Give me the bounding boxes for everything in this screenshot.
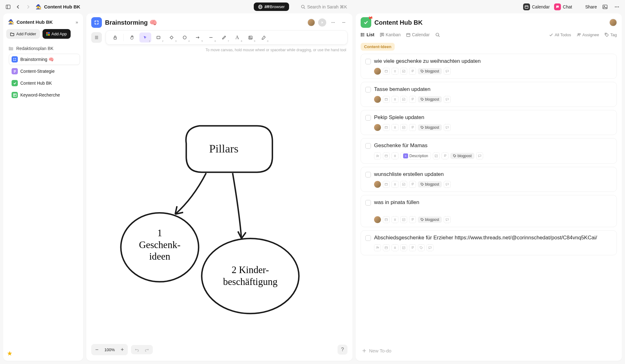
eraser-tool[interactable]: 0 (258, 32, 269, 42)
description-badge[interactable]: ≡Description (400, 152, 431, 160)
user-avatar-icon[interactable] (609, 19, 617, 26)
ellipse-tool[interactable]: 4 (179, 32, 191, 42)
sidebar-item[interactable]: Content-Strategie (9, 66, 80, 77)
date-icon[interactable] (383, 152, 390, 159)
checklist-icon[interactable] (400, 244, 407, 251)
image-tool[interactable]: 9 (244, 32, 256, 42)
assignee-avatar-icon[interactable] (374, 96, 381, 103)
comment-icon[interactable] (427, 244, 433, 251)
lift-browser-button[interactable]: liftBrowser (254, 2, 289, 11)
more-icon[interactable] (613, 3, 621, 11)
rectangle-tool[interactable]: 2 (152, 32, 164, 42)
todo-checkbox[interactable] (365, 87, 371, 92)
date-icon[interactable] (383, 244, 390, 251)
sidebar-item[interactable]: Keyword-Recherche (9, 89, 80, 101)
panel-more-icon[interactable] (329, 19, 337, 26)
date-icon[interactable] (383, 216, 390, 223)
checklist-icon[interactable] (400, 181, 407, 188)
nav-back-icon[interactable] (14, 3, 22, 11)
list-icon[interactable] (392, 124, 398, 131)
text-tool[interactable]: A8 (231, 32, 243, 42)
nav-forward-icon[interactable] (24, 3, 32, 11)
checklist-icon[interactable] (400, 124, 407, 131)
todo-checkbox[interactable] (365, 200, 371, 206)
todo-card[interactable]: Geschenke für Mamas≡Descriptionblogpost (361, 138, 617, 164)
line-tool[interactable]: 6 (205, 32, 217, 42)
hand-tool[interactable] (126, 32, 138, 42)
todo-tag[interactable]: blogpost (418, 124, 442, 131)
view-kanban[interactable]: Kanban (380, 32, 401, 37)
todo-card[interactable]: Abschiedsgeschenke für Erzieher https://… (361, 230, 617, 255)
assignee-avatar-icon[interactable] (374, 181, 381, 188)
todo-tag[interactable]: blogpost (418, 68, 442, 74)
assignee-add-icon[interactable] (374, 244, 381, 251)
comment-icon[interactable] (444, 96, 451, 103)
attachment-icon[interactable] (409, 181, 416, 188)
canvas-menu-button[interactable] (91, 32, 102, 43)
add-folder-button[interactable]: Add Folder (6, 29, 40, 39)
view-list[interactable]: List (361, 32, 374, 37)
user-avatar-icon[interactable] (308, 19, 315, 26)
assignee-avatar-icon[interactable] (374, 124, 381, 131)
search-input[interactable]: Search in Sarah ⌘K (298, 3, 350, 11)
attachment-icon[interactable] (442, 152, 448, 159)
list-icon[interactable] (392, 96, 398, 103)
help-button[interactable]: ? (338, 345, 348, 355)
attachment-icon[interactable] (409, 216, 416, 223)
select-tool[interactable]: 1 (139, 32, 151, 42)
arrow-tool[interactable]: 5 (192, 32, 204, 42)
assignee-avatar-icon[interactable] (374, 68, 381, 75)
minimize-icon[interactable] (340, 19, 348, 26)
todo-checkbox[interactable] (365, 59, 371, 64)
share-button[interactable]: Share (577, 3, 597, 10)
todo-checkbox[interactable] (365, 235, 371, 241)
zoom-in-button[interactable]: + (118, 345, 127, 354)
attachment-icon[interactable] (409, 124, 416, 131)
checklist-icon[interactable] (400, 216, 407, 223)
comment-icon[interactable] (444, 68, 451, 75)
todo-card[interactable]: Tasse bemalen updatenblogpost (361, 82, 617, 107)
add-app-button[interactable]: Add App (42, 29, 71, 39)
attachment-icon[interactable] (409, 96, 416, 103)
assignee-add-icon[interactable] (374, 152, 381, 159)
todo-card[interactable]: wie viele geschenke zu weihnachten updat… (361, 54, 617, 79)
checklist-icon[interactable] (433, 152, 440, 159)
comment-icon[interactable] (444, 216, 451, 223)
list-icon[interactable] (392, 216, 398, 223)
todo-tag[interactable]: blogpost (450, 153, 474, 159)
checklist-icon[interactable] (400, 96, 407, 103)
date-icon[interactable] (383, 181, 390, 188)
new-todo-button[interactable]: New To-do (361, 344, 617, 357)
draw-tool[interactable]: 7 (218, 32, 230, 42)
todo-checkbox[interactable] (365, 143, 371, 149)
list-icon[interactable] (392, 152, 398, 159)
list-icon[interactable] (392, 181, 398, 188)
search-todos[interactable] (435, 32, 440, 37)
attachment-icon[interactable] (409, 244, 416, 251)
lock-tool[interactable] (109, 32, 121, 42)
sidebar-item[interactable]: Content Hub BK (9, 77, 80, 89)
forward-circle-icon[interactable] (318, 18, 326, 27)
comment-icon[interactable] (476, 152, 483, 159)
todo-checkbox[interactable] (365, 172, 371, 177)
image-icon[interactable] (601, 3, 609, 11)
zoom-out-button[interactable]: − (92, 345, 101, 354)
todo-card[interactable]: Pekip Spiele updatenblogpost (361, 110, 617, 135)
todo-tag[interactable]: blogpost (418, 181, 442, 187)
todo-card[interactable]: was in pinata füllenblogpost (361, 195, 617, 227)
filter-all[interactable]: All Todos (549, 32, 571, 37)
todo-tag[interactable]: blogpost (418, 96, 442, 102)
folder-item[interactable]: Redaktionsplan BK (6, 43, 80, 54)
collapse-sidebar-icon[interactable]: » (76, 19, 78, 25)
comment-icon[interactable] (444, 124, 451, 131)
sidebar-toggle-icon[interactable] (4, 3, 12, 11)
checklist-icon[interactable] (400, 68, 407, 75)
filter-tag[interactable]: Tag (605, 32, 617, 37)
undo-button[interactable] (133, 346, 141, 353)
diamond-tool[interactable]: 3 (166, 32, 178, 42)
tag-add-icon[interactable] (418, 244, 425, 251)
star-icon[interactable]: ★ (7, 350, 12, 357)
date-icon[interactable] (383, 96, 390, 103)
redo-button[interactable] (143, 346, 151, 353)
todo-card[interactable]: wunschliste erstellen updatenblogpost (361, 167, 617, 192)
